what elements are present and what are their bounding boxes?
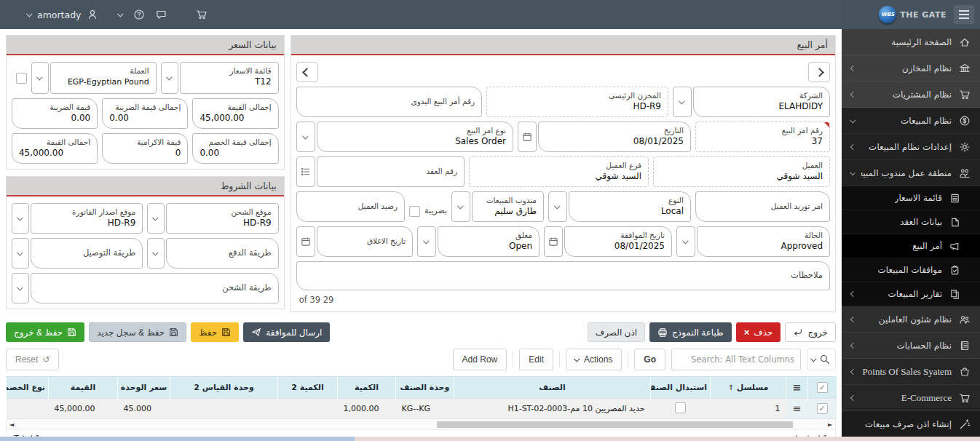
sidebar-item-hr-system[interactable]: نظام شئون العاملين	[842, 306, 980, 333]
sidebar-item-sales-settings[interactable]: إعدادات نظام المبيعات	[842, 134, 980, 160]
col-item[interactable]: الصنف	[454, 377, 651, 399]
invoice-location-field[interactable]: موقع اصدار الفاتورة HD-R9	[31, 203, 143, 234]
sidebar-item-purchases[interactable]: نظام المشتريات	[842, 82, 980, 108]
sidebar-item-sales-reports[interactable]: تقارير المبيعات	[842, 282, 980, 306]
search-input[interactable]	[671, 349, 801, 370]
sidebar-item-ecommerce[interactable]: E-Commerce	[842, 385, 980, 411]
save-and-new-button[interactable]: حفظ & سجل جديد	[89, 322, 186, 342]
save-and-exit-button[interactable]: حفظ & خروج	[6, 322, 84, 342]
chat-icon[interactable]	[155, 9, 167, 20]
send-for-approval-button[interactable]: ارسال للموافقة	[243, 322, 330, 342]
sidebar-item-sales-order[interactable]: أمر البيع	[842, 234, 980, 258]
replace-item-checkbox[interactable]	[675, 402, 686, 413]
cart-icon[interactable]	[195, 9, 208, 20]
scrollbar-thumb[interactable]	[0, 437, 355, 441]
closed-dropdown-button[interactable]	[417, 226, 436, 257]
col-qty[interactable]: الكمية	[338, 377, 396, 399]
invoice-location-dropdown-button[interactable]	[12, 203, 29, 234]
price-option-checkbox[interactable]	[16, 73, 27, 84]
exit-button[interactable]: خروج	[785, 322, 836, 342]
actions-menu-button[interactable]: Actions	[566, 349, 622, 370]
sidebar-item-sales-rep-area[interactable]: منطقة عمل مندوب المبيعات	[842, 160, 980, 186]
page-horizontal-scrollbar[interactable]	[0, 437, 980, 441]
sidebar-item-sales-approvals[interactable]: موافقات المبيعات	[842, 258, 980, 282]
status-dropdown-button[interactable]	[676, 226, 695, 257]
scroll-left-arrow[interactable]: ◄	[7, 421, 17, 428]
closing-date-calendar-button[interactable]	[296, 226, 315, 257]
save-button[interactable]: حفظ	[191, 322, 239, 342]
print-form-button[interactable]: طباعة النموذج	[649, 322, 732, 342]
scrollbar-thumb[interactable]	[437, 421, 792, 428]
payment-method-dropdown-button[interactable]	[147, 238, 165, 269]
scrollbar-track[interactable]	[17, 421, 825, 429]
delete-button[interactable]: حذف ×	[736, 322, 781, 342]
sidebar-item-sales-system[interactable]: نظام المبيعات	[842, 108, 980, 134]
order-type-dropdown-button[interactable]	[296, 122, 315, 152]
scroll-right-arrow[interactable]: ►	[825, 421, 835, 428]
currency-field[interactable]: العملة EGP-Egyptian Pound	[50, 62, 157, 94]
col-replace-item[interactable]: استبدال الصنف	[651, 377, 711, 399]
closing-date-field[interactable]: تاريخ الاغلاق	[317, 226, 413, 257]
type-field[interactable]: النوع Local	[569, 191, 691, 222]
sidebar-item-warehouses[interactable]: نظام المخازن	[842, 55, 980, 82]
payment-method-field[interactable]: طريقة الدفع	[166, 238, 278, 269]
sidebar-item-price-list[interactable]: قائمة الاسعار	[842, 186, 980, 210]
delivery-method-field[interactable]: طريقة التوصيل	[31, 238, 143, 269]
manual-order-no-field[interactable]: رقم أمر البيع اليدوى	[296, 87, 482, 117]
contract-list-button[interactable]	[296, 156, 315, 187]
user-menu[interactable]: amortady	[28, 9, 98, 20]
contract-no-field[interactable]: رقم العقد	[317, 156, 465, 187]
edit-button[interactable]: Edit	[519, 349, 553, 370]
chevron-down-icon[interactable]	[117, 11, 123, 17]
customer-supply-order-field[interactable]: امر توريد العميل	[695, 191, 830, 222]
with-tax-checkbox[interactable]	[409, 206, 420, 217]
sales-rep-field[interactable]: مندوب المبيعات طارق سليم	[472, 191, 544, 222]
sidebar-item-pos-system[interactable]: Points Of Sales Syatem	[842, 359, 980, 385]
date-field[interactable]: التاريخ 08/01/2025	[538, 122, 691, 152]
sidebar-item-home[interactable]: الصفحة الرئيسية	[842, 29, 980, 55]
table-row[interactable]: 45,000.00 45.000 1,000.00 KG--KG حديد ال…	[7, 399, 837, 419]
price-list-field[interactable]: قائمة الاسعار T12	[180, 62, 279, 94]
row-select-checkbox[interactable]	[817, 403, 828, 414]
notes-field[interactable]: ملاحظات	[296, 261, 830, 290]
shipping-method-field[interactable]: طريقة الشحن	[31, 273, 279, 303]
status-field[interactable]: الحالة Approved	[697, 226, 830, 257]
sales-rep-dropdown-button[interactable]	[451, 191, 470, 222]
closed-field[interactable]: مغلق Open	[438, 226, 540, 257]
search-options-button[interactable]	[807, 349, 836, 370]
col-discount-type[interactable]: نوع الخصم	[7, 377, 49, 399]
col-unit-price[interactable]: سعر الوحدة	[118, 377, 170, 399]
col-item-unit[interactable]: وحدة الصنف	[396, 377, 454, 399]
select-all-checkbox[interactable]	[817, 382, 828, 393]
ship-location-dropdown-button[interactable]	[147, 203, 165, 234]
col-serial[interactable]: مسلسل ↑	[711, 377, 786, 399]
approval-date-field[interactable]: تاريخ الموافقة 08/01/2025	[564, 226, 672, 257]
reset-button[interactable]: Reset ↺	[6, 349, 59, 370]
date-calendar-button[interactable]	[518, 122, 537, 152]
customer-balance-field[interactable]: رصيد العميل	[296, 191, 405, 222]
price-list-dropdown-button[interactable]	[161, 62, 178, 94]
sidebar-item-accounting-system[interactable]: نظام الحسابات	[842, 333, 980, 359]
approval-date-calendar-button[interactable]	[544, 226, 563, 257]
add-row-button[interactable]: Add Row	[453, 349, 507, 370]
company-field[interactable]: الشركة ELAHDIDY	[693, 87, 830, 117]
hamburger-icon[interactable]: ≡	[793, 402, 802, 414]
next-record-button[interactable]	[808, 62, 830, 82]
col-qty2[interactable]: الكمية 2	[278, 377, 338, 399]
sidebar-item-create-disburse-permit[interactable]: إنشاء اذن صرف مبيعات	[842, 411, 980, 437]
col-unit2[interactable]: وحدة القياس 2	[170, 377, 278, 399]
delivery-method-dropdown-button[interactable]	[12, 238, 29, 269]
menu-toggle-button[interactable]	[954, 5, 974, 24]
prev-record-button[interactable]	[296, 62, 318, 82]
disburse-permit-button[interactable]: اذن الصرف	[588, 322, 645, 342]
go-button[interactable]: Go	[634, 349, 665, 370]
shipping-method-dropdown-button[interactable]	[12, 273, 29, 303]
help-icon[interactable]	[133, 9, 145, 20]
company-dropdown-button[interactable]	[673, 87, 692, 117]
col-value[interactable]: القيمة	[49, 377, 118, 399]
order-type-field[interactable]: نوع امر البيع Sales Order	[317, 122, 513, 152]
ship-location-field[interactable]: موقع الشحن HD-R9	[166, 203, 278, 234]
sidebar-item-contract-data[interactable]: بيانات العقد	[842, 210, 980, 234]
currency-dropdown-button[interactable]	[31, 62, 49, 94]
type-dropdown-button[interactable]	[548, 191, 567, 222]
